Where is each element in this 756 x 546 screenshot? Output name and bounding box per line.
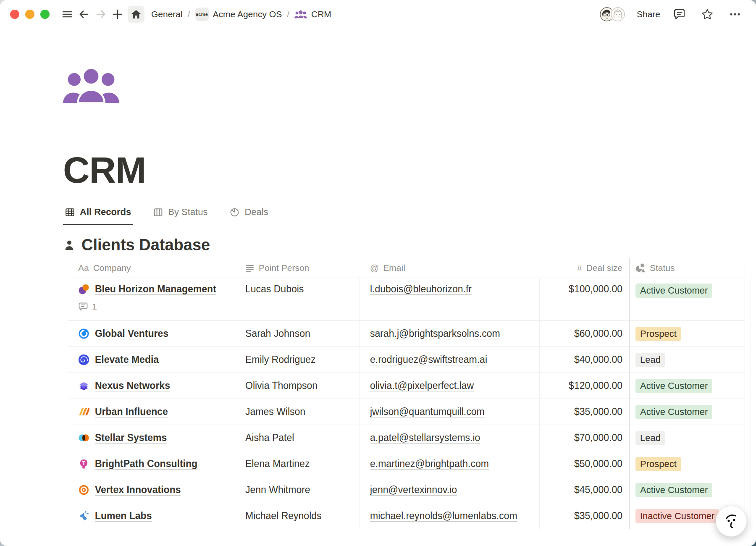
status-cell[interactable]: Lead <box>630 425 745 451</box>
email-link[interactable]: sarah.j@brightsparksolns.com <box>370 328 500 339</box>
back-arrow-icon[interactable] <box>76 6 92 23</box>
tab-deals[interactable]: Deals <box>228 204 270 225</box>
company-link[interactable]: Nexus Networks <box>95 380 170 391</box>
email-cell[interactable]: e.rodriguez@swiftstream.ai <box>360 347 540 373</box>
email-link[interactable]: olivia.t@pixelperfect.law <box>370 380 474 391</box>
breadcrumb-acme-agency-os[interactable]: acme Acme Agency OS <box>193 6 285 23</box>
deal-size-cell[interactable]: $45,000.00 <box>540 477 630 503</box>
status-badge[interactable]: Lead <box>635 431 665 445</box>
share-button[interactable]: Share <box>637 9 660 19</box>
point-person-cell[interactable]: Lucas Dubois <box>235 278 360 321</box>
point-person-cell[interactable]: Elena Martinez <box>235 451 360 477</box>
comments-icon[interactable] <box>671 6 688 23</box>
email-cell[interactable]: l.dubois@bleuhorizon.fr <box>360 278 540 321</box>
comment-count[interactable]: 1 <box>78 302 216 312</box>
table-row[interactable]: Lumen Labs Michael Reynolds michael.reyn… <box>68 503 756 529</box>
breadcrumb-label: Acme Agency OS <box>213 9 282 19</box>
page-icon-people-group[interactable] <box>63 67 119 103</box>
point-person-cell[interactable]: Aisha Patel <box>235 425 360 451</box>
column-header-email[interactable]: @ Email <box>360 258 540 278</box>
column-header-deal-size[interactable]: # Deal size <box>540 258 630 278</box>
email-link[interactable]: a.patel@stellarsystems.io <box>370 432 480 444</box>
company-link[interactable]: Vertex Innovations <box>95 484 181 496</box>
deal-size-cell[interactable]: $50,000.00 <box>540 451 630 477</box>
status-cell[interactable]: Prospect <box>630 321 745 347</box>
deal-size-cell[interactable]: $60,000.00 <box>540 321 630 347</box>
menu-icon[interactable] <box>59 6 76 23</box>
point-person-cell[interactable]: Sarah Johnson <box>235 321 360 347</box>
company-link[interactable]: Elevate Media <box>95 354 159 365</box>
breadcrumb-general[interactable]: General <box>149 8 185 21</box>
table-row[interactable]: Nexus Networks Olivia Thompson olivia.t@… <box>68 373 756 399</box>
assistant-widget-button[interactable] <box>716 506 747 537</box>
company-link[interactable]: Global Ventures <box>95 328 168 339</box>
email-cell[interactable]: olivia.t@pixelperfect.law <box>360 373 540 399</box>
email-link[interactable]: michael.reynolds@lumenlabs.com <box>370 510 517 522</box>
email-link[interactable]: e.martinez@brightpath.com <box>370 458 489 470</box>
logo-elevate-media-icon <box>78 354 89 365</box>
column-header-point-person[interactable]: Point Person <box>235 258 360 278</box>
email-cell[interactable]: e.martinez@brightpath.com <box>360 451 540 477</box>
deal-size-cell[interactable]: $40,000.00 <box>540 347 630 373</box>
company-link[interactable]: Stellar Systems <box>95 432 167 444</box>
forward-arrow-icon[interactable] <box>92 6 109 23</box>
status-badge[interactable]: Inactive Customer <box>635 509 719 523</box>
status-badge[interactable]: Lead <box>635 353 665 367</box>
table-row[interactable]: Bleu Horizon Management 1 Lucas Dubois l… <box>68 278 756 321</box>
email-cell[interactable]: jenn@vertexinnov.io <box>360 477 540 503</box>
status-cell[interactable]: Prospect <box>630 451 745 477</box>
status-badge[interactable]: Active Customer <box>635 483 712 497</box>
status-cell[interactable]: Active Customer <box>630 477 745 503</box>
email-link[interactable]: l.dubois@bleuhorizon.fr <box>370 284 472 295</box>
minimize-window-button[interactable] <box>25 10 34 19</box>
tab-all-records[interactable]: All Records <box>63 204 133 225</box>
zoom-window-button[interactable] <box>40 10 50 19</box>
status-cell[interactable]: Active Customer <box>630 278 745 321</box>
close-window-button[interactable] <box>10 10 19 19</box>
column-header-status[interactable]: Status <box>630 258 745 278</box>
new-tab-plus-icon[interactable] <box>109 6 126 23</box>
company-link[interactable]: BrightPath Consulting <box>95 458 197 470</box>
email-link[interactable]: e.rodriguez@swiftstream.ai <box>370 354 487 365</box>
column-header-company[interactable]: Aa Company <box>68 258 235 278</box>
company-link[interactable]: Bleu Horizon Management <box>95 284 216 295</box>
status-badge[interactable]: Prospect <box>635 457 681 471</box>
table-row[interactable]: Stellar Systems Aisha Patel a.patel@stel… <box>68 425 756 451</box>
table-row[interactable]: T BrightPath Consulting Elena Martinez e… <box>68 451 756 477</box>
company-link[interactable]: Lumen Labs <box>95 510 152 522</box>
deal-size-cell[interactable]: $120,000.00 <box>540 373 630 399</box>
company-link[interactable]: Urban Influence <box>95 406 168 417</box>
collaborator-avatars[interactable] <box>599 6 626 22</box>
deal-size-cell[interactable]: $35,000.00 <box>540 399 630 425</box>
deal-size-cell[interactable]: $35,000.00 <box>540 503 630 529</box>
point-person-cell[interactable]: James Wilson <box>235 399 360 425</box>
deal-size-cell[interactable]: $100,000.00 <box>540 278 630 321</box>
status-badge[interactable]: Prospect <box>635 327 681 341</box>
home-icon[interactable] <box>128 6 144 23</box>
favorite-star-icon[interactable] <box>699 6 716 23</box>
status-badge[interactable]: Active Customer <box>635 284 712 298</box>
email-link[interactable]: jwilson@quantumquill.com <box>370 406 485 417</box>
table-row[interactable]: Elevate Media Emily Rodriguez e.rodrigue… <box>68 347 756 373</box>
status-cell[interactable]: Lead <box>630 347 745 373</box>
deal-size-cell[interactable]: $70,000.00 <box>540 425 630 451</box>
point-person-cell[interactable]: Olivia Thompson <box>235 373 360 399</box>
table-row[interactable]: Global Ventures Sarah Johnson sarah.j@br… <box>68 321 756 347</box>
point-person-cell[interactable]: Jenn Whitmore <box>235 477 360 503</box>
point-person-cell[interactable]: Emily Rodriguez <box>235 347 360 373</box>
point-person-cell[interactable]: Michael Reynolds <box>235 503 360 529</box>
email-link[interactable]: jenn@vertexinnov.io <box>370 484 457 496</box>
email-cell[interactable]: a.patel@stellarsystems.io <box>360 425 540 451</box>
status-badge[interactable]: Active Customer <box>635 379 712 393</box>
tab-by-status[interactable]: By Status <box>151 204 209 225</box>
email-cell[interactable]: michael.reynolds@lumenlabs.com <box>360 503 540 529</box>
breadcrumb-crm[interactable]: CRM <box>292 8 334 21</box>
status-badge[interactable]: Active Customer <box>635 405 712 419</box>
table-row[interactable]: Urban Influence James Wilson jwilson@qua… <box>68 399 756 425</box>
status-cell[interactable]: Active Customer <box>630 399 745 425</box>
more-options-icon[interactable] <box>727 6 743 23</box>
email-cell[interactable]: jwilson@quantumquill.com <box>360 399 540 425</box>
table-row[interactable]: Vertex Innovations Jenn Whitmore jenn@ve… <box>68 477 756 503</box>
email-cell[interactable]: sarah.j@brightsparksolns.com <box>360 321 540 347</box>
status-cell[interactable]: Active Customer <box>630 373 745 399</box>
